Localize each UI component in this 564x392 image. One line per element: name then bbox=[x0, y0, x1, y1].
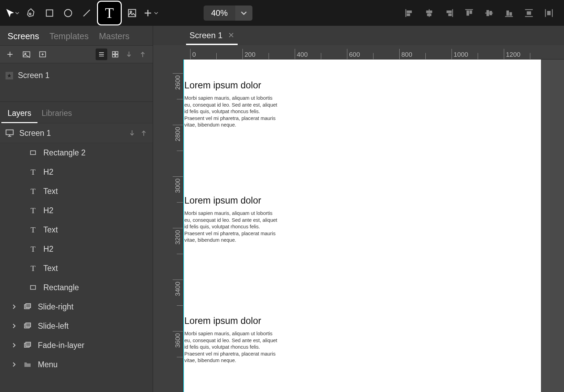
layers-tabs: Layers Libraries bbox=[0, 101, 153, 122]
text-icon: T bbox=[28, 244, 38, 254]
layer-item[interactable]: Slide-left bbox=[0, 316, 153, 336]
svg-rect-18 bbox=[467, 11, 469, 15]
tab-screens[interactable]: Screens bbox=[8, 31, 39, 41]
screen-item[interactable]: Screen 1 bbox=[4, 68, 149, 83]
paragraph: Morbi sapien mauris, aliquam ut lobortis… bbox=[184, 210, 281, 244]
svg-rect-19 bbox=[470, 11, 472, 13]
canvas-viewport[interactable]: Lorem ipsum dolorMorbi sapien mauris, al… bbox=[183, 59, 564, 392]
layer-item-label: Text bbox=[43, 225, 58, 235]
svg-rect-12 bbox=[427, 11, 432, 12]
sort-up-button[interactable] bbox=[137, 48, 149, 60]
text-tool[interactable]: T bbox=[97, 1, 122, 25]
tab-templates[interactable]: Templates bbox=[50, 31, 89, 41]
svg-rect-52 bbox=[26, 304, 31, 308]
align-top-icon[interactable] bbox=[462, 6, 476, 20]
layer-item[interactable]: TText bbox=[0, 220, 153, 239]
pen-tool[interactable] bbox=[23, 5, 39, 21]
layer-item[interactable]: Rectangle bbox=[0, 278, 153, 297]
pointer-tool[interactable] bbox=[4, 5, 21, 21]
top-toolbar: T 40% bbox=[0, 0, 564, 26]
layer-list: Rectangle 2TH2TTextTH2TTextTH2TTextRecta… bbox=[0, 143, 153, 392]
align-hcenter-icon[interactable] bbox=[422, 6, 436, 20]
svg-point-2 bbox=[65, 9, 72, 17]
layer-item[interactable]: TH2 bbox=[0, 239, 153, 259]
svg-line-3 bbox=[84, 10, 90, 16]
svg-rect-43 bbox=[116, 52, 118, 54]
canvas-tab[interactable]: Screen 1 ✕ bbox=[186, 28, 238, 45]
image-tool[interactable] bbox=[124, 5, 140, 21]
home-screen-icon bbox=[6, 72, 13, 79]
layer-item-label: Slide-left bbox=[38, 322, 68, 331]
text-block[interactable]: Lorem ipsum dolorMorbi sapien mauris, al… bbox=[184, 195, 281, 244]
ruler-horizontal[interactable]: 020040060080010001200 bbox=[183, 45, 564, 59]
layer-item[interactable]: Menu bbox=[0, 355, 153, 374]
zoom-value[interactable]: 40% bbox=[204, 6, 235, 21]
add-tool[interactable] bbox=[142, 5, 159, 21]
svg-rect-54 bbox=[26, 323, 31, 327]
text-block[interactable]: Lorem ipsum dolorMorbi sapien mauris, al… bbox=[184, 316, 281, 364]
svg-point-0 bbox=[29, 13, 31, 15]
line-tool[interactable] bbox=[78, 5, 95, 21]
group-icon bbox=[23, 302, 32, 312]
group-icon bbox=[23, 340, 32, 350]
svg-rect-50 bbox=[31, 286, 36, 290]
tab-masters[interactable]: Masters bbox=[99, 31, 130, 41]
align-vcenter-icon[interactable] bbox=[482, 6, 496, 20]
layer-item[interactable]: Rectangle 2 bbox=[0, 143, 153, 162]
screen-label: Screen 1 bbox=[18, 71, 50, 80]
arrow-down-icon[interactable] bbox=[128, 129, 136, 137]
tab-layers[interactable]: Layers bbox=[8, 109, 31, 118]
align-right-icon[interactable] bbox=[442, 6, 456, 20]
align-bottom-icon[interactable] bbox=[502, 6, 516, 20]
panel-tabs: Screens Templates Masters bbox=[0, 26, 153, 45]
svg-rect-22 bbox=[490, 11, 492, 15]
duplicate-screen-button[interactable] bbox=[37, 48, 49, 60]
svg-rect-34 bbox=[23, 52, 30, 57]
layer-item-label: Rectangle bbox=[43, 283, 79, 292]
grid-view-button[interactable] bbox=[109, 48, 121, 60]
close-tab-icon[interactable]: ✕ bbox=[228, 31, 234, 40]
distribute-v-icon[interactable] bbox=[522, 6, 536, 20]
artboard[interactable]: Lorem ipsum dolorMorbi sapien mauris, al… bbox=[183, 59, 541, 392]
group-icon bbox=[23, 321, 32, 331]
layer-item[interactable]: Fade-in-layer bbox=[0, 336, 153, 355]
zoom-dropdown[interactable] bbox=[235, 6, 252, 21]
svg-rect-21 bbox=[487, 10, 489, 15]
guide-vertical[interactable] bbox=[183, 59, 184, 392]
tab-libraries[interactable]: Libraries bbox=[42, 109, 72, 118]
left-panel: Screens Templates Masters Screen 1 bbox=[0, 26, 153, 392]
screens-list: Screen 1 bbox=[0, 63, 153, 88]
text-icon: T bbox=[28, 206, 38, 215]
svg-rect-13 bbox=[427, 14, 431, 15]
layer-item[interactable]: TH2 bbox=[0, 162, 153, 182]
layer-root-row[interactable]: Screen 1 bbox=[0, 123, 153, 143]
add-image-screen-button[interactable] bbox=[21, 48, 32, 60]
align-left-icon[interactable] bbox=[402, 6, 416, 20]
list-view-button[interactable] bbox=[96, 48, 107, 60]
layer-item[interactable]: TText bbox=[0, 182, 153, 201]
ellipse-tool[interactable] bbox=[60, 5, 76, 21]
svg-rect-46 bbox=[6, 130, 13, 135]
distribute-h-icon[interactable] bbox=[542, 6, 556, 20]
rectangle-tool[interactable] bbox=[41, 5, 58, 21]
layer-item-label: Text bbox=[43, 264, 58, 273]
ruler-vertical[interactable]: 260028003000320034003600 bbox=[153, 59, 183, 392]
add-screen-button[interactable] bbox=[4, 48, 16, 60]
tools-group: T bbox=[4, 1, 159, 25]
text-block[interactable]: Lorem ipsum dolorMorbi sapien mauris, al… bbox=[184, 80, 281, 129]
arrow-up-icon[interactable] bbox=[140, 129, 148, 137]
layer-item-label: H2 bbox=[43, 167, 53, 177]
svg-rect-42 bbox=[112, 52, 115, 54]
layer-item-label: Text bbox=[43, 187, 58, 196]
layer-item-label: Fade-in-layer bbox=[38, 341, 85, 350]
layer-item[interactable]: Slide-right bbox=[0, 297, 153, 316]
layer-item-label: H2 bbox=[43, 244, 53, 254]
monitor-icon bbox=[5, 128, 14, 138]
layer-item[interactable]: TH2 bbox=[0, 201, 153, 220]
svg-point-5 bbox=[130, 11, 132, 13]
sort-down-button[interactable] bbox=[123, 48, 135, 60]
svg-rect-28 bbox=[527, 12, 531, 14]
svg-rect-44 bbox=[112, 55, 115, 57]
layer-item[interactable]: TText bbox=[0, 259, 153, 278]
paragraph: Morbi sapien mauris, aliquam ut lobortis… bbox=[184, 95, 281, 129]
